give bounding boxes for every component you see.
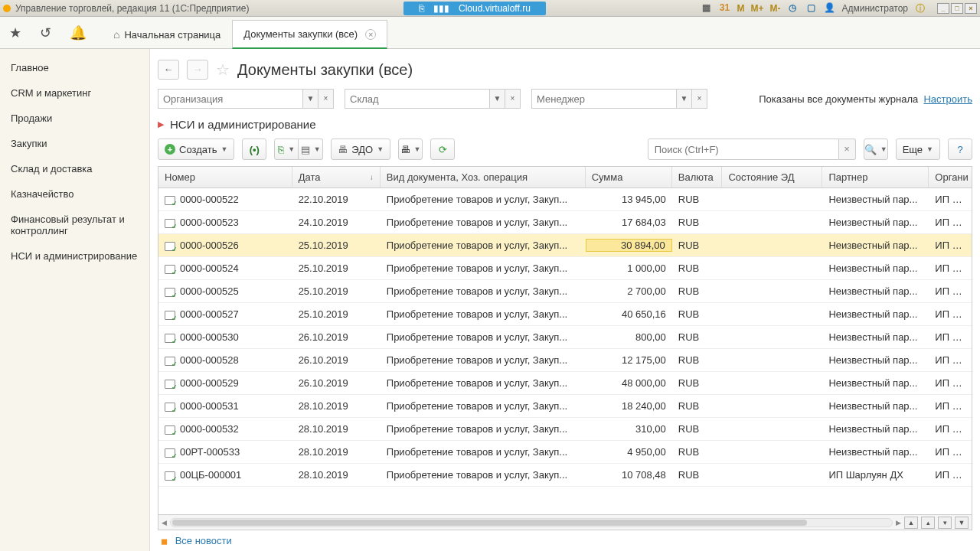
tab-home[interactable]: ⌂ Начальная страница [102, 20, 232, 48]
nsi-row[interactable]: ▶ НСИ и администрирование [158, 115, 972, 139]
all-news-link[interactable]: Все новости [175, 535, 232, 546]
close-button[interactable]: × [965, 3, 977, 14]
print-button[interactable]: 🖶▼ [398, 139, 423, 160]
table-row[interactable]: 00ЦБ-00000128.10.2019Приобретение товаро… [158, 464, 972, 487]
filter-wh-clear[interactable]: × [505, 89, 521, 109]
sidebar-item-warehouse[interactable]: Склад и доставка [0, 156, 149, 181]
bell-icon[interactable]: 🔔 [67, 21, 90, 44]
col-type[interactable]: Вид документа, Хоз. операция [381, 167, 586, 187]
filter-mgr-clear[interactable]: × [692, 89, 707, 109]
info-icon[interactable]: ⓘ [914, 2, 926, 15]
col-number[interactable]: Номер [158, 167, 292, 187]
refresh-button[interactable]: ⟳ [430, 139, 455, 160]
cell-date: 25.10.2019 [292, 240, 381, 251]
clock-icon[interactable]: ◷ [786, 2, 799, 15]
window-icon[interactable]: ▢ [805, 2, 817, 15]
table-row[interactable]: 0000-00052525.10.2019Приобретение товаро… [158, 280, 972, 303]
h-scroll-thumb[interactable] [172, 520, 807, 526]
document-icon [165, 334, 175, 343]
table-row[interactable]: 0000-00052826.10.2019Приобретение товаро… [158, 349, 972, 372]
cell-type: Приобретение товаров и услуг, Закуп... [381, 400, 586, 412]
cell-date: 28.10.2019 [292, 446, 381, 458]
status-filter-button[interactable]: (•) [242, 139, 266, 160]
h-scroll-track[interactable] [170, 518, 893, 527]
table-row[interactable]: 0000-00052926.10.2019Приобретение товаро… [158, 372, 972, 395]
tab-documents[interactable]: Документы закупки (все) × [232, 20, 387, 49]
table-row[interactable]: 00РТ-00053328.10.2019Приобретение товаро… [158, 441, 972, 464]
scroll-bottom-button[interactable]: ▼ [955, 517, 969, 529]
edo-button[interactable]: 🖶 ЭДО ▼ [331, 139, 390, 160]
cell-sum: 800,00 [586, 331, 672, 343]
grid-icon[interactable]: ▦ [700, 2, 712, 15]
table-row[interactable]: 0000-00052725.10.2019Приобретение товаро… [158, 303, 972, 326]
col-org[interactable]: Органи [929, 167, 972, 187]
filter-organization[interactable] [158, 89, 303, 109]
col-state[interactable]: Состояние ЭД [722, 167, 822, 187]
sidebar-item-nsi[interactable]: НСИ и администрирование [0, 243, 149, 269]
calendar-icon[interactable]: 31 [718, 2, 730, 15]
cell-date: 22.10.2019 [292, 194, 381, 205]
sidebar-item-finance[interactable]: Финансовый результат и контроллинг [0, 207, 149, 243]
based-on-button[interactable]: ⎘▼ [274, 139, 299, 160]
sidebar-item-crm[interactable]: CRM и маркетинг [0, 80, 149, 106]
cell-org: ИП Дег [929, 308, 972, 320]
table-row[interactable]: 0000-00052625.10.2019Приобретение товаро… [158, 234, 972, 257]
table-row[interactable]: 0000-00053228.10.2019Приобретение товаро… [158, 418, 972, 441]
cell-type: Приобретение товаров и услуг, Закуп... [381, 354, 586, 366]
table-row[interactable]: 0000-00052222.10.2019Приобретение товаро… [158, 188, 972, 211]
m-button[interactable]: М [737, 3, 744, 14]
create-button[interactable]: + Создать ▼ [158, 139, 234, 160]
document-icon [165, 448, 175, 458]
minimize-button[interactable]: _ [937, 3, 949, 14]
sidebar-item-sales[interactable]: Продажи [0, 106, 149, 131]
filter-warehouse[interactable] [345, 89, 490, 109]
history-icon[interactable]: ↺ [37, 21, 54, 44]
scroll-down-button[interactable]: ▾ [938, 517, 952, 529]
user-label: Администратор [841, 3, 908, 14]
filter-manager[interactable] [531, 89, 677, 109]
cell-currency: RUB [672, 377, 723, 389]
search-input[interactable] [648, 139, 839, 160]
caret-down-icon: ▼ [220, 145, 227, 153]
help-button[interactable]: ? [948, 139, 972, 160]
signal-icon: ▮▮▮ [433, 3, 449, 14]
filter-configure-link[interactable]: Настроить [923, 93, 972, 105]
table-row[interactable]: 0000-00052425.10.2019Приобретение товаро… [158, 257, 972, 280]
table-row[interactable]: 0000-00053026.10.2019Приобретение товаро… [158, 326, 972, 349]
cell-number: 0000-000531 [158, 400, 292, 412]
table-row[interactable]: 0000-00053128.10.2019Приобретение товаро… [158, 395, 972, 418]
sidebar-item-treasury[interactable]: Казначейство [0, 181, 149, 207]
scroll-top-button[interactable]: ▲ [904, 517, 918, 529]
filter-wh-dropdown[interactable]: ▼ [490, 89, 505, 109]
favorite-star-icon[interactable]: ★ [6, 21, 24, 44]
cell-type: Приобретение товаров и услуг, Закуп... [381, 217, 586, 228]
filter-org-clear[interactable]: × [318, 89, 334, 109]
filter-mgr-dropdown[interactable]: ▼ [677, 89, 692, 109]
report-button[interactable]: ▤▼ [299, 139, 323, 160]
col-currency[interactable]: Валюта [672, 167, 723, 187]
maximize-button[interactable]: □ [951, 3, 963, 14]
more-button[interactable]: Еще ▼ [896, 139, 940, 160]
m-plus-button[interactable]: М+ [750, 3, 763, 14]
search-clear-button[interactable]: × [839, 139, 856, 160]
cell-org: ИП Дег [929, 446, 972, 458]
sidebar-item-main[interactable]: Главное [0, 55, 149, 80]
cloud-banner: ⎘ ▮▮▮ Cloud.virtualoff.ru [403, 2, 546, 15]
m-minus-button[interactable]: М- [769, 3, 780, 14]
col-sum[interactable]: Сумма [586, 167, 672, 187]
page-star-icon[interactable]: ☆ [216, 60, 230, 79]
cell-currency: RUB [672, 262, 723, 274]
col-date[interactable]: Дата↓ [292, 167, 381, 187]
cell-partner: Неизвестный пар... [822, 217, 929, 228]
nav-back-button[interactable]: ← [158, 60, 179, 80]
document-icon [165, 380, 175, 389]
scroll-up-button[interactable]: ▴ [921, 517, 935, 529]
nav-forward-button[interactable]: → [187, 60, 208, 80]
table-row[interactable]: 0000-00052324.10.2019Приобретение товаро… [158, 211, 972, 234]
tab-close-icon[interactable]: × [365, 29, 376, 40]
filter-org-dropdown[interactable]: ▼ [303, 89, 318, 109]
search-button[interactable]: 🔍▼ [864, 139, 888, 160]
tabs: ⌂ Начальная страница Документы закупки (… [102, 17, 387, 48]
sidebar-item-purchases[interactable]: Закупки [0, 131, 149, 156]
col-partner[interactable]: Партнер [822, 167, 929, 187]
